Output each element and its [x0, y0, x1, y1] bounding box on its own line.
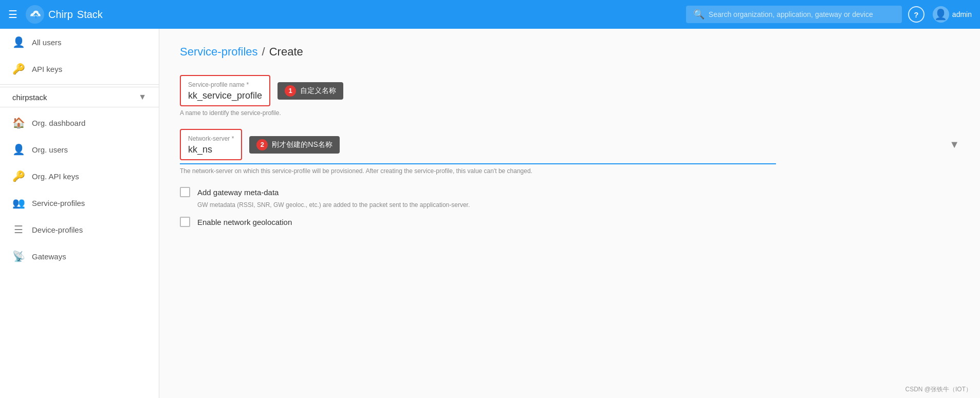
breadcrumb-separator: / [262, 45, 265, 59]
sidebar-label-org-dashboard: Org. dashboard [32, 119, 85, 127]
sidebar-label-org-api-keys: Org. API keys [32, 172, 79, 181]
checkbox-label-geolocation: Enable network geolocation [197, 218, 292, 226]
topnav-right: ? 👤 admin [908, 6, 972, 23]
name-field-label: Service-profile name * [188, 81, 262, 88]
sidebar-label-service-profiles: Service-profiles [32, 199, 85, 207]
callout-num-1: 1 [285, 85, 296, 97]
callout-badge-2: 2 刚才创建的NS名称 [249, 136, 339, 154]
user-label: admin [952, 10, 972, 18]
ns-field-value: kk_ns [188, 144, 212, 155]
sidebar-item-device-profiles[interactable]: ☰ Device-profiles [0, 216, 159, 243]
breadcrumb: Service-profiles / Create [180, 45, 959, 59]
checkbox-row-2: Enable network geolocation [180, 217, 959, 227]
ns-field-box[interactable]: Network-server * kk_ns [180, 129, 242, 160]
sidebar-label-all-users: All users [32, 38, 62, 47]
layout: 👤 All users 🔑 API keys chirpstack ▼ 🏠 Or… [0, 29, 980, 398]
sidebar-label-api-keys: API keys [32, 65, 62, 73]
name-field-hint: A name to identify the service-profile. [180, 109, 959, 117]
org-arrow-icon: ▼ [138, 92, 146, 102]
avatar: 👤 [933, 6, 949, 23]
callout-text-2: 刚才创建的NS名称 [272, 140, 332, 149]
checkbox-label-gateway-metadata: Add gateway meta-data [197, 188, 279, 197]
sidebar-label-gateways: Gateways [32, 252, 66, 261]
gateways-icon: 📡 [12, 250, 25, 262]
logo-icon [26, 5, 44, 24]
watermark: CSDN @张铁牛（IOT） [905, 385, 972, 394]
callout-text-1: 自定义名称 [300, 86, 336, 96]
sidebar-item-org-users[interactable]: 👤 Org. users [0, 136, 159, 163]
org-name: chirpstack [12, 93, 47, 102]
sidebar-item-org-api-keys[interactable]: 🔑 Org. API keys [0, 163, 159, 189]
search-input[interactable] [709, 10, 883, 18]
name-callout-row: Service-profile name * kk_service_profil… [180, 75, 959, 106]
home-icon: 🏠 [12, 117, 25, 129]
sidebar-label-device-profiles: Device-profiles [32, 225, 83, 234]
help-button[interactable]: ? [908, 6, 924, 23]
sidebar: 👤 All users 🔑 API keys chirpstack ▼ 🏠 Or… [0, 29, 159, 398]
breadcrumb-current: Create [269, 45, 303, 59]
search-icon: 🔍 [693, 9, 705, 20]
gateway-metadata-group: Add gateway meta-data GW metadata (RSSI,… [180, 187, 959, 209]
sidebar-item-gateways[interactable]: 📡 Gateways [0, 243, 159, 270]
service-profiles-icon: 👥 [12, 197, 25, 209]
sidebar-item-all-users[interactable]: 👤 All users [0, 29, 159, 55]
sidebar-item-service-profiles[interactable]: 👥 Service-profiles [0, 189, 159, 216]
checkbox-gateway-metadata[interactable] [180, 187, 190, 197]
select-arrow-icon: ▼ [949, 139, 959, 150]
sidebar-label-org-users: Org. users [32, 145, 68, 154]
topnav: ☰ ChirpStack 🔍 ? 👤 admin [0, 0, 980, 29]
ns-underline [180, 163, 776, 164]
sidebar-item-api-keys[interactable]: 🔑 API keys [0, 55, 159, 82]
ns-field-label: Network-server * [188, 135, 234, 142]
logo-chirp: Chirp [48, 9, 73, 21]
menu-icon[interactable]: ☰ [8, 8, 17, 21]
checkbox-row-1: Add gateway meta-data [180, 187, 959, 197]
user-icon: 👤 [12, 36, 25, 48]
geolocation-group: Enable network geolocation [180, 217, 959, 227]
ns-field-hint: The network-server on which this service… [180, 167, 959, 175]
sidebar-item-org-dashboard[interactable]: 🏠 Org. dashboard [0, 109, 159, 136]
search-bar[interactable]: 🔍 [686, 6, 902, 23]
ns-field-group: Network-server * kk_ns 2 刚才创建的NS名称 ▼ The… [180, 129, 959, 175]
org-user-icon: 👤 [12, 143, 25, 156]
main-content: Service-profiles / Create Service-profil… [159, 29, 980, 398]
key-icon: 🔑 [12, 63, 25, 75]
name-field-box[interactable]: Service-profile name * kk_service_profil… [180, 75, 270, 106]
callout-badge-1: 1 自定义名称 [278, 82, 343, 100]
org-selector[interactable]: chirpstack ▼ [0, 87, 159, 107]
ns-callout-row: Network-server * kk_ns 2 刚才创建的NS名称 ▼ [180, 129, 959, 160]
checkbox-geolocation[interactable] [180, 217, 190, 227]
breadcrumb-link[interactable]: Service-profiles [180, 45, 258, 59]
org-key-icon: 🔑 [12, 170, 25, 182]
user-menu[interactable]: 👤 admin [933, 6, 972, 23]
checkbox-hint-gateway-metadata: GW metadata (RSSI, SNR, GW geoloc., etc.… [197, 201, 959, 209]
callout-num-2: 2 [256, 139, 268, 150]
name-field-group: Service-profile name * kk_service_profil… [180, 75, 959, 117]
logo-stack: Stack [77, 9, 103, 21]
logo: ChirpStack [26, 5, 103, 24]
name-field-value: kk_service_profile [188, 90, 262, 101]
sidebar-divider [0, 84, 159, 85]
device-profiles-icon: ☰ [12, 223, 25, 236]
